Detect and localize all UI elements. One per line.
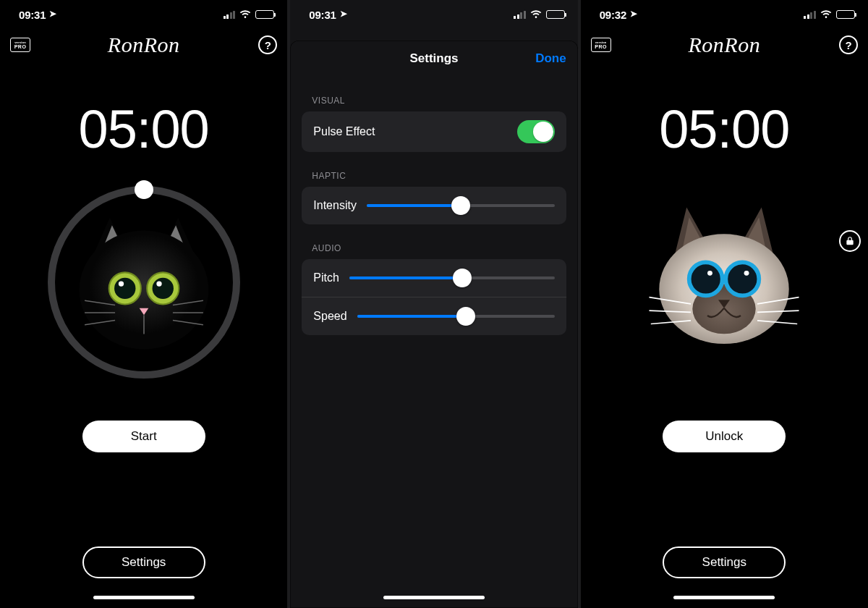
timer-display: 05:00 (79, 98, 209, 160)
sheet-backdrop (290, 29, 577, 41)
status-bar: 09:31 ➤ (290, 0, 577, 29)
screen-main-start: 09:31 ➤ version PRO RonRon ? 05:00 (0, 0, 287, 608)
dial-ring-icon (48, 186, 240, 379)
battery-icon (836, 10, 855, 19)
page-title: Settings (409, 51, 458, 66)
timer-dial[interactable] (39, 177, 249, 387)
section-audio: AUDIO Pitch Speed (290, 243, 577, 335)
status-time: 09:31 (309, 9, 336, 21)
help-button[interactable]: ? (258, 35, 277, 54)
row-label: Pulse Effect (313, 125, 375, 138)
question-mark-icon: ? (265, 39, 271, 51)
svg-point-23 (744, 271, 749, 276)
switch-pulse-effect[interactable] (517, 120, 555, 143)
screen-settings: 09:31 ➤ Settings Done VISUAL Pulse Effec… (290, 0, 577, 608)
done-button[interactable]: Done (535, 51, 566, 66)
section-haptic: HAPTIC Intensity (290, 171, 577, 224)
settings-card: Intensity (302, 187, 566, 224)
status-bar: 09:32 ➤ (581, 0, 868, 29)
question-mark-icon: ? (845, 39, 851, 51)
pro-badge[interactable]: version PRO (591, 38, 611, 52)
cat-siamese-icon (641, 199, 807, 366)
cellular-signal-icon (514, 11, 526, 19)
pro-badge[interactable]: version PRO (10, 38, 30, 52)
slider-intensity[interactable] (367, 195, 555, 216)
location-arrow-icon: ➤ (630, 9, 637, 19)
app-title: RonRon (688, 33, 760, 57)
app-title: RonRon (108, 33, 180, 57)
slider-pitch[interactable] (349, 268, 555, 288)
slider-speed[interactable] (357, 306, 555, 326)
lock-icon (845, 236, 855, 246)
home-indicator[interactable] (93, 596, 195, 599)
row-label: Intensity (313, 199, 357, 212)
status-time: 09:32 (600, 9, 626, 21)
battery-icon (255, 10, 274, 19)
wifi-icon (530, 10, 542, 19)
settings-button[interactable]: Settings (663, 546, 786, 578)
section-header: AUDIO (312, 243, 556, 253)
settings-card: Pulse Effect (302, 111, 566, 152)
sheet-header: Settings Done (290, 41, 577, 77)
row-label: Pitch (313, 271, 339, 284)
settings-card: Pitch Speed (302, 259, 566, 335)
section-header: VISUAL (312, 96, 556, 106)
section-visual: VISUAL Pulse Effect (290, 96, 577, 152)
lock-button[interactable] (839, 230, 861, 252)
unlock-button[interactable]: Unlock (663, 421, 786, 452)
wifi-icon (239, 10, 251, 19)
settings-button[interactable]: Settings (82, 546, 205, 578)
main-area: 05:00 (581, 61, 868, 608)
section-header: HAPTIC (312, 171, 556, 181)
row-label: Speed (313, 310, 346, 323)
home-indicator[interactable] (673, 596, 775, 599)
screen-main-locked: 09:32 ➤ version PRO RonRon ? 05:00 (581, 0, 868, 608)
location-arrow-icon: ➤ (340, 9, 347, 19)
start-button[interactable]: Start (82, 421, 205, 452)
main-area: 05:00 (0, 61, 287, 608)
app-header: version PRO RonRon ? (0, 29, 287, 61)
home-indicator[interactable] (383, 596, 485, 599)
svg-point-22 (707, 271, 712, 276)
row-pitch: Pitch (302, 259, 566, 297)
cellular-signal-icon (224, 11, 236, 19)
timer-display: 05:00 (659, 98, 789, 160)
cellular-signal-icon (804, 11, 816, 19)
status-time: 09:31 (19, 9, 46, 21)
wifi-icon (820, 10, 832, 19)
app-header: version PRO RonRon ? (581, 29, 868, 61)
help-button[interactable]: ? (839, 35, 858, 54)
row-intensity: Intensity (302, 187, 566, 224)
cat-zone[interactable] (619, 177, 829, 387)
battery-icon (546, 10, 565, 19)
dial-thumb[interactable] (135, 180, 153, 199)
row-pulse-effect: Pulse Effect (302, 111, 566, 152)
row-speed: Speed (302, 297, 566, 335)
location-arrow-icon: ➤ (49, 9, 56, 19)
status-bar: 09:31 ➤ (0, 0, 287, 29)
settings-sheet: Settings Done VISUAL Pulse Effect HAPTIC… (290, 41, 577, 608)
